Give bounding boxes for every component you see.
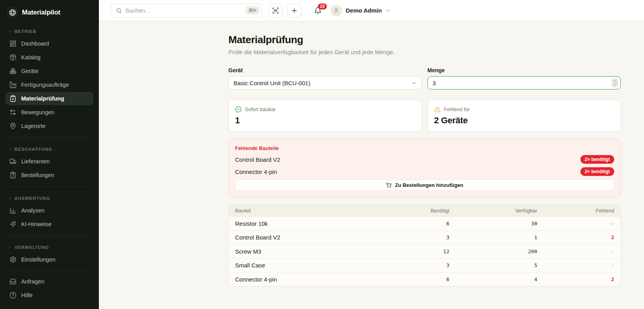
sidebar-item-analysen[interactable]: Analysen — [5, 204, 93, 217]
sidebar-item-label: Lieferanten — [21, 158, 50, 165]
sidebar-item-ki-hinweise[interactable]: KI-Hinweise — [5, 218, 93, 231]
part-name: Resistor 10k — [235, 220, 383, 227]
user-name: Demo Admin — [346, 7, 382, 14]
quantity-input[interactable] — [427, 76, 621, 90]
search-box[interactable]: ⌘K — [111, 4, 262, 18]
sidebar-item-geraete[interactable]: Geräte — [5, 64, 93, 78]
help-circle-icon — [9, 292, 16, 299]
alert-title: Fehlende Bauteile — [235, 145, 614, 151]
required-value: 6 — [383, 276, 449, 282]
map-pin-icon — [9, 123, 16, 130]
available-value: 4 — [449, 276, 537, 282]
sidebar-item-hilfe[interactable]: Hilfe — [5, 289, 93, 302]
missing-value: ✓ — [537, 249, 614, 254]
sparkles-icon — [9, 221, 16, 228]
sidebar-item-einstellungen[interactable]: Einstellungen — [5, 253, 93, 266]
sidebar-item-fertigungsauftraege[interactable]: Fertigungsaufträge — [5, 78, 93, 91]
check-circle-icon — [235, 106, 242, 113]
section-label-betrieb[interactable]: Betrieb — [5, 24, 93, 37]
section-label-beschaffung[interactable]: Beschaffung — [5, 141, 93, 155]
sidebar-item-bestellungen[interactable]: Bestellungen — [5, 168, 93, 182]
plus-icon — [291, 7, 298, 14]
available-value: 200 — [449, 249, 537, 254]
notifications-button[interactable]: 23 — [314, 7, 322, 15]
truck-icon — [9, 158, 16, 165]
chevron-down-icon — [613, 83, 617, 86]
missing-value: ✓ — [537, 221, 614, 227]
sidebar-item-label: Geräte — [21, 68, 38, 74]
sidebar-item-label: Bewegungen — [21, 109, 55, 115]
dashboard-icon — [9, 40, 16, 47]
sidebar-item-anfragen[interactable]: Anfragen — [5, 275, 93, 288]
parts-table: Bauteil Benötigt Verfügbar Fehlend Resis… — [228, 205, 621, 287]
sidebar-divider — [7, 186, 92, 186]
alert-item-name: Connector 4-pin — [235, 168, 277, 175]
col-header-verfuegbar: Verfügbar — [449, 208, 537, 214]
factory-icon — [9, 81, 16, 88]
missing-card: Fehlend für 2 Geräte — [427, 100, 621, 132]
notification-count-badge: 23 — [318, 4, 327, 10]
alert-item-name: Control Board V2 — [235, 156, 280, 163]
search-icon — [116, 7, 122, 14]
keyboard-shortcut-badge: ⌘K — [245, 6, 259, 15]
alert-item: Control Board V2 2× benötigt — [235, 155, 614, 164]
chevron-up-icon — [613, 79, 617, 83]
sidebar-item-label: Hilfe — [21, 292, 33, 298]
table-header-row: Bauteil Benötigt Verfügbar Fehlend — [229, 205, 620, 216]
arrows-left-right-icon — [9, 109, 16, 116]
missing-parts-alert: Fehlende Bauteile Control Board V2 2× be… — [228, 139, 621, 197]
required-value: 3 — [383, 262, 449, 268]
required-value: 12 — [383, 249, 449, 254]
sphere-logo-icon — [7, 7, 18, 18]
part-name: Control Board V2 — [235, 234, 383, 241]
sidebar-item-label: Analysen — [21, 207, 45, 214]
device-label: Gerät — [228, 67, 422, 73]
sidebar-item-dashboard[interactable]: Dashboard — [5, 37, 93, 50]
missing-card-value: 2 Geräte — [434, 115, 614, 126]
missing-value: 2 — [537, 276, 614, 282]
quantity-label: Menge — [427, 67, 621, 73]
sidebar-item-label: Dashboard — [21, 40, 49, 47]
scan-barcode-icon — [272, 7, 279, 14]
sidebar-item-label: Lagerorte — [21, 123, 46, 129]
add-button[interactable] — [287, 4, 301, 18]
table-row: Connector 4-pin 6 4 2 — [229, 272, 620, 286]
add-to-orders-button[interactable]: Zu Bestellungen hinzufügen — [235, 179, 614, 191]
scan-barcode-button[interactable] — [268, 4, 283, 18]
available-value: 30 — [449, 221, 537, 227]
user-icon — [333, 7, 339, 14]
sidebar-item-bewegungen[interactable]: Bewegungen — [5, 106, 93, 119]
part-name: Connector 4-pin — [235, 276, 383, 283]
missing-value: ✓ — [537, 262, 614, 268]
chevron-down-icon — [385, 8, 391, 13]
missing-card-label: Fehlend für — [444, 106, 470, 112]
search-input[interactable] — [125, 7, 242, 14]
sidebar-divider — [7, 235, 92, 236]
sidebar-item-label: Katalog — [21, 54, 40, 60]
alert-item: Connector 4-pin 2× benötigt — [235, 167, 614, 176]
sidebar-item-lagerorte[interactable]: Lagerorte — [5, 119, 93, 133]
alert-triangle-icon — [434, 106, 441, 113]
col-header-fehlend: Fehlend — [537, 208, 614, 214]
section-label-verwaltung[interactable]: Verwaltung — [5, 240, 93, 253]
section-label-auswertung[interactable]: Auswertung — [5, 190, 93, 204]
chevron-down-icon — [8, 29, 12, 34]
chevron-down-icon — [8, 196, 12, 201]
sidebar-item-materialpruefung[interactable]: Materialprüfung — [5, 92, 93, 105]
sidebar-item-lieferanten[interactable]: Lieferanten — [5, 155, 93, 168]
quantity-stepper[interactable] — [612, 79, 618, 87]
table-row: Screw M3 12 200 ✓ — [229, 244, 620, 258]
page-title: Materialprüfung — [228, 34, 621, 46]
chevron-down-icon — [8, 147, 12, 152]
device-select[interactable]: Basic Control Unit (BCU-001) — [228, 76, 422, 90]
cart-icon — [386, 182, 392, 188]
sidebar-item-katalog[interactable]: Katalog — [5, 51, 93, 64]
sidebar-item-label: Materialprüfung — [21, 95, 64, 102]
app-logo[interactable]: Materialpilot — [5, 5, 93, 24]
chevron-down-icon — [411, 80, 417, 86]
clipboard-list-icon — [9, 172, 16, 179]
buildable-card-value: 1 — [235, 115, 415, 126]
sidebar-item-label: Fertigungsaufträge — [21, 82, 69, 88]
user-menu[interactable]: Demo Admin — [330, 5, 391, 16]
part-name: Small Case — [235, 262, 383, 269]
